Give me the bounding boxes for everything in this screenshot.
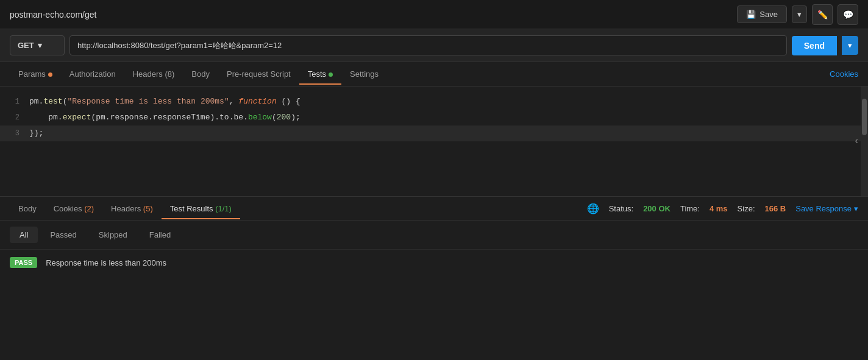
url-bar: GET ▾ Send ▾ — [0, 29, 868, 62]
code-content-3: }); — [29, 125, 863, 141]
header-actions: 💾 Save ▾ ✏️ 💬 — [737, 4, 858, 25]
comment-icon-button[interactable]: 💬 — [838, 4, 858, 25]
code-editor[interactable]: 1 pm.test("Response time is less than 20… — [0, 86, 868, 196]
tab-settings[interactable]: Settings — [341, 63, 387, 85]
params-dot — [48, 72, 52, 77]
line-num-3: 3 — [5, 125, 29, 141]
response-status-info: 🌐 Status: 200 OK Time: 4 ms Size: 166 B … — [587, 203, 858, 214]
tab-tests[interactable]: Tests — [299, 63, 341, 85]
tab-authorization[interactable]: Authorization — [61, 63, 124, 85]
send-button[interactable]: Send — [792, 36, 837, 55]
pass-badge: PASS — [10, 257, 37, 268]
tab-body[interactable]: Body — [183, 63, 218, 85]
chevron-down-icon: ▾ — [854, 204, 858, 213]
filter-skipped-button[interactable]: Skipped — [89, 227, 137, 243]
edit-icon-button[interactable]: ✏️ — [812, 4, 833, 25]
code-line-3: 3 }); — [0, 125, 868, 141]
tab-params[interactable]: Params — [10, 63, 61, 85]
test-name: Response time is less than 200ms — [46, 258, 166, 267]
size-value: 166 B — [765, 204, 786, 213]
save-dropdown-button[interactable]: ▾ — [792, 5, 807, 23]
response-tabs: Body Cookies (2) Headers (5) Test Result… — [0, 196, 868, 221]
test-result-row: PASS Response time is less than 200ms — [0, 250, 868, 275]
save-button[interactable]: 💾 Save — [737, 5, 787, 23]
result-filters: All Passed Skipped Failed — [0, 221, 868, 250]
tab-headers[interactable]: Headers (8) — [124, 63, 183, 85]
scrollbar-thumb — [862, 99, 867, 135]
code-content-1: pm.test("Response time is less than 200m… — [29, 94, 863, 110]
code-line-1: 1 pm.test("Response time is less than 20… — [0, 94, 868, 110]
resp-tab-cookies[interactable]: Cookies (2) — [45, 198, 102, 219]
url-input[interactable] — [69, 35, 787, 55]
line-num-1: 1 — [5, 94, 29, 110]
chevron-down-icon: ▾ — [38, 41, 42, 50]
page-title: postman-echo.com/get — [10, 10, 96, 19]
filter-failed-button[interactable]: Failed — [140, 227, 180, 243]
time-label: Time: — [680, 204, 700, 213]
size-label: Size: — [738, 204, 755, 213]
line-num-2: 2 — [5, 110, 29, 125]
request-tabs: Params Authorization Headers (8) Body Pr… — [0, 62, 868, 86]
collapse-panel-button[interactable]: ‹ — [853, 133, 859, 149]
resp-tab-headers[interactable]: Headers (5) — [102, 198, 162, 219]
resp-tab-test-results[interactable]: Test Results (1/1) — [162, 198, 240, 219]
filter-all-button[interactable]: All — [10, 227, 38, 243]
time-value: 4 ms — [710, 204, 728, 213]
globe-icon: 🌐 — [587, 203, 599, 214]
code-line-2: 2 pm.expect(pm.response.responseTime).to… — [0, 110, 868, 125]
method-select[interactable]: GET ▾ — [10, 35, 65, 55]
send-dropdown-button[interactable]: ▾ — [842, 36, 858, 55]
filter-passed-button[interactable]: Passed — [40, 227, 86, 243]
save-response-button[interactable]: Save Response ▾ — [795, 204, 858, 213]
code-content-2: pm.expect(pm.response.responseTime).to.b… — [29, 110, 863, 125]
tab-prerequest[interactable]: Pre-request Script — [218, 63, 299, 85]
save-icon: 💾 — [746, 10, 756, 19]
editor-scrollbar[interactable] — [861, 86, 868, 196]
tests-dot — [329, 72, 333, 77]
resp-tab-body[interactable]: Body — [10, 198, 45, 219]
cookies-link[interactable]: Cookies — [830, 69, 858, 79]
status-label: Status: — [609, 204, 633, 213]
header-bar: postman-echo.com/get 💾 Save ▾ ✏️ 💬 — [0, 0, 868, 29]
status-value: 200 OK — [643, 204, 671, 213]
